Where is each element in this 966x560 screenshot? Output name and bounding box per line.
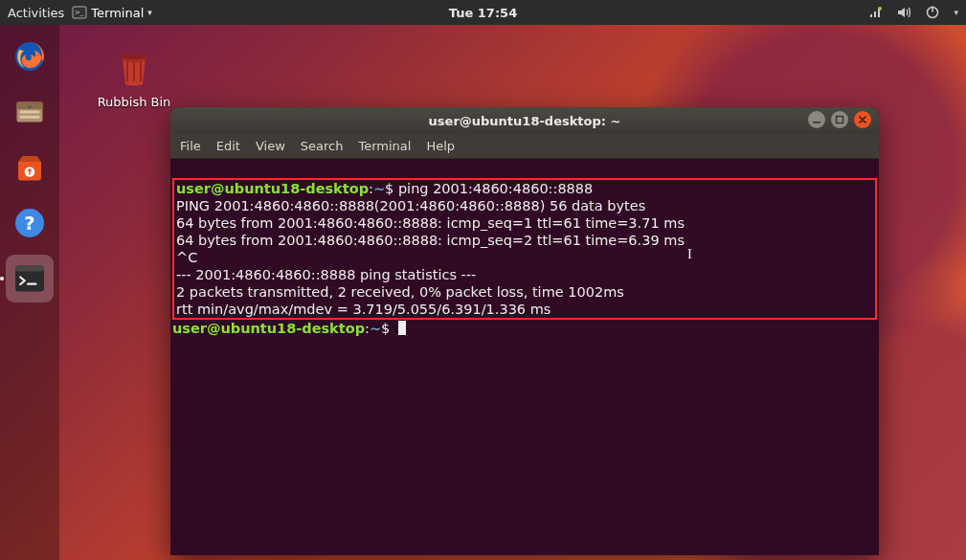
prompt-path: ~	[370, 321, 381, 336]
dock-firefox[interactable]	[6, 33, 54, 80]
close-icon	[858, 115, 867, 124]
command-text: ping 2001:4860:4860::8888	[398, 181, 593, 196]
menu-view[interactable]: View	[256, 139, 285, 153]
window-maximize-button[interactable]	[831, 111, 848, 128]
window-title: user@ubuntu18-desktop: ~	[429, 114, 621, 128]
network-indicator-icon[interactable]	[867, 5, 883, 20]
minimize-icon	[812, 115, 821, 124]
terminal-cursor	[398, 321, 406, 335]
chevron-down-icon: ▾	[147, 8, 152, 17]
output-line: rtt min/avg/max/mdev = 3.719/5.055/6.391…	[176, 302, 550, 317]
svg-text:?: ?	[24, 213, 34, 235]
output-line: --- 2001:4860:4860::8888 ping statistics…	[176, 267, 476, 282]
trash-icon	[111, 46, 157, 92]
svg-rect-5	[932, 7, 934, 12]
prompt-user: user	[176, 181, 211, 196]
dock-help[interactable]: ?	[6, 199, 54, 247]
gnome-topbar: Activities >_ Terminal ▾ Tue 17:54 ▾	[0, 0, 966, 25]
prompt-at: @	[207, 321, 221, 336]
terminal-menu-icon: >_	[72, 5, 87, 20]
prompt-sigil: $	[385, 181, 393, 196]
window-close-button[interactable]	[854, 111, 871, 128]
volume-icon[interactable]	[896, 5, 911, 20]
prompt-host: ubuntu18-desktop	[220, 321, 365, 336]
svg-rect-19	[813, 122, 820, 123]
window-minimize-button[interactable]	[808, 111, 825, 128]
window-titlebar[interactable]: user@ubuntu18-desktop: ~	[170, 107, 879, 134]
output-line: 2 packets transmitted, 2 received, 0% pa…	[176, 284, 624, 300]
prompt-path: ~	[373, 181, 385, 196]
terminal-menubar: File Edit View Search Terminal Help	[170, 134, 879, 159]
dock-software[interactable]	[6, 144, 54, 191]
highlight-box: user@ubuntu18-desktop:~$ ping 2001:4860:…	[172, 178, 877, 320]
menu-edit[interactable]: Edit	[216, 139, 240, 153]
output-line: 64 bytes from 2001:4860:4860::8888: icmp…	[176, 233, 685, 248]
text-caret-icon: I	[687, 245, 692, 262]
window-controls	[808, 111, 871, 128]
svg-rect-20	[837, 117, 843, 123]
menu-search[interactable]: Search	[301, 139, 344, 153]
menu-terminal[interactable]: Terminal	[358, 139, 411, 153]
output-line: PING 2001:4860:4860::8888(2001:4860:4860…	[176, 198, 645, 213]
desktop-icon-trash[interactable]: Rubbish Bin	[92, 46, 176, 109]
desktop-icon-label: Rubbish Bin	[92, 95, 176, 109]
activities-button[interactable]: Activities	[8, 6, 64, 20]
output-line: ^C	[176, 250, 197, 265]
svg-point-11	[29, 105, 32, 108]
output-line: 64 bytes from 2001:4860:4860::8888: icmp…	[176, 215, 685, 231]
app-menu[interactable]: >_ Terminal ▾	[72, 5, 151, 20]
svg-rect-16	[15, 266, 44, 272]
clock[interactable]: Tue 17:54	[449, 6, 517, 20]
system-menu-chevron-icon[interactable]: ▾	[954, 8, 958, 17]
prompt-host: ubuntu18-desktop	[224, 181, 369, 196]
svg-rect-10	[20, 116, 40, 119]
terminal-window: user@ubuntu18-desktop: ~ File Edit View …	[170, 107, 879, 555]
svg-rect-9	[20, 111, 40, 114]
prompt-user: user	[172, 321, 207, 336]
svg-text:>_: >_	[75, 9, 84, 16]
menu-help[interactable]: Help	[426, 139, 455, 153]
dock: ?	[0, 25, 59, 560]
power-icon[interactable]	[925, 5, 940, 20]
svg-point-3	[878, 7, 882, 11]
menu-file[interactable]: File	[180, 139, 201, 153]
maximize-icon	[835, 115, 844, 124]
app-menu-label: Terminal	[91, 6, 144, 20]
terminal-body[interactable]: user@ubuntu18-desktop:~$ ping 2001:4860:…	[170, 159, 879, 555]
dock-files[interactable]	[6, 88, 54, 136]
dock-terminal[interactable]	[6, 255, 54, 302]
prompt-sigil: $	[381, 321, 390, 336]
prompt-at: @	[211, 181, 225, 196]
svg-rect-17	[27, 283, 37, 285]
